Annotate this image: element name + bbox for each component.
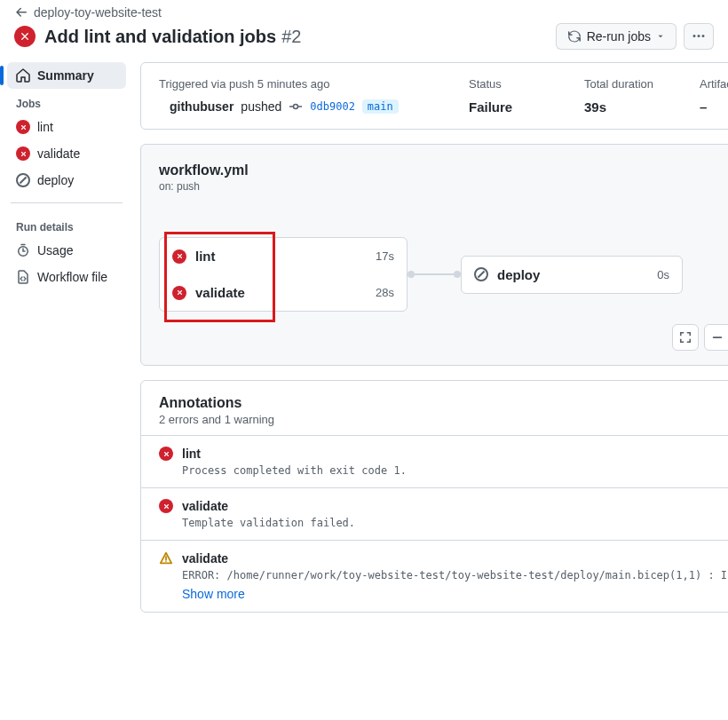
commit-icon xyxy=(289,99,303,114)
status-value: Failure xyxy=(469,99,584,115)
annotation-item: lint Process completed with exit code 1. xyxy=(141,435,728,487)
annotations-summary: 2 errors and 1 warning xyxy=(159,413,728,426)
sidebar-usage[interactable]: Usage xyxy=(7,237,126,264)
trigger-user[interactable]: githubuser xyxy=(170,99,233,114)
fail-icon xyxy=(16,120,30,134)
fail-icon xyxy=(159,499,173,513)
stopwatch-icon xyxy=(16,243,30,257)
commit-sha[interactable]: 0db9002 xyxy=(310,100,355,113)
breadcrumb-workflow-name[interactable]: deploy-toy-website-test xyxy=(34,5,162,20)
status-label: Status xyxy=(469,77,584,91)
fail-icon xyxy=(159,447,173,461)
sidebar-workflow-file[interactable]: Workflow file xyxy=(7,264,126,290)
sidebar-details-heading: Run details xyxy=(7,212,126,237)
workflow-graph-card: workflow.yml on: push lint 17s validate … xyxy=(140,144,728,366)
fail-icon xyxy=(172,249,186,264)
annotation-item: validate ERROR: /home/runner/work/toy-we… xyxy=(141,540,728,612)
fail-icon xyxy=(14,26,36,47)
zoom-out-button[interactable] xyxy=(704,324,728,351)
run-summary-card: Triggered via push 5 minutes ago githubu… xyxy=(140,62,728,130)
job-node-group: lint 17s validate 28s xyxy=(159,237,408,312)
branch-badge[interactable]: main xyxy=(362,99,399,114)
breadcrumb[interactable]: deploy-toy-website-test xyxy=(14,5,714,20)
rerun-jobs-button[interactable]: Re-run jobs xyxy=(556,23,677,50)
workflow-trigger: on: push xyxy=(159,180,728,193)
skip-icon xyxy=(16,173,30,187)
sidebar-summary[interactable]: Summary xyxy=(7,62,126,89)
kebab-icon xyxy=(692,29,706,44)
sync-icon xyxy=(567,29,582,44)
minus-icon xyxy=(711,331,724,344)
fail-icon xyxy=(172,286,186,300)
page-title: Add lint and validation jobs #2 xyxy=(44,27,301,47)
sidebar-job-lint[interactable]: lint xyxy=(7,114,126,140)
home-icon xyxy=(16,68,30,83)
trigger-text: Triggered via push 5 minutes ago xyxy=(159,77,469,91)
skip-icon xyxy=(474,267,488,281)
file-icon xyxy=(16,270,30,284)
warning-icon xyxy=(159,551,173,566)
graph-connector xyxy=(408,273,461,275)
run-number: #2 xyxy=(281,27,301,47)
fullscreen-icon xyxy=(679,331,692,344)
svg-point-2 xyxy=(165,561,166,562)
job-node-lint[interactable]: lint 17s xyxy=(160,238,407,274)
job-node-validate[interactable]: validate 28s xyxy=(160,274,407,311)
fail-icon xyxy=(16,146,30,161)
fullscreen-button[interactable] xyxy=(672,324,699,351)
annotation-item: validate Template validation failed. xyxy=(141,487,728,540)
artifacts-value: – xyxy=(700,99,728,115)
workflow-file-name: workflow.yml xyxy=(159,162,728,178)
sidebar-job-validate[interactable]: validate xyxy=(7,140,126,167)
sidebar: Summary Jobs lint validate deploy Run de… xyxy=(0,59,133,641)
annotations-card: Annotations 2 errors and 1 warning lint … xyxy=(140,380,728,613)
sidebar-job-deploy[interactable]: deploy xyxy=(7,167,126,194)
svg-point-1 xyxy=(294,105,298,109)
duration-label: Total duration xyxy=(584,77,700,91)
job-node-deploy[interactable]: deploy 0s xyxy=(461,256,683,294)
sidebar-jobs-heading: Jobs xyxy=(7,89,126,114)
duration-value: 39s xyxy=(584,99,700,115)
divider xyxy=(11,202,123,203)
kebab-menu-button[interactable] xyxy=(684,23,714,50)
artifacts-label: Artifacts xyxy=(700,77,728,91)
show-more-link[interactable]: Show more xyxy=(182,587,728,601)
annotations-title: Annotations xyxy=(159,395,728,411)
caret-down-icon xyxy=(656,32,665,41)
arrow-left-icon xyxy=(14,5,28,20)
